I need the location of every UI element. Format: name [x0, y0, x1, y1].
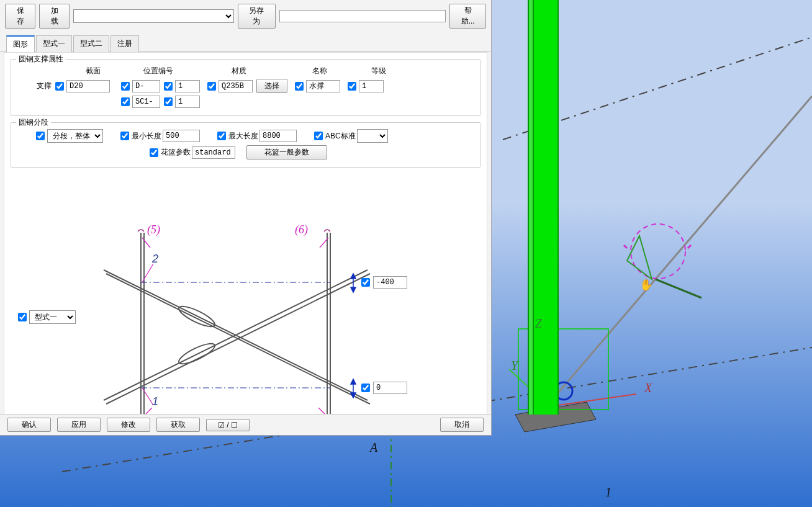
- hdr-material: 材质: [192, 66, 286, 76]
- hdr-grade: 等级: [354, 66, 404, 76]
- svg-marker-7: [627, 236, 652, 279]
- help-button[interactable]: 帮助...: [449, 4, 486, 29]
- std-combo[interactable]: [357, 129, 388, 143]
- svg-line-3: [544, 96, 812, 410]
- input-num1[interactable]: [175, 80, 200, 92]
- group-segmentation-title: 圆钢分段: [16, 117, 51, 128]
- svg-point-6: [631, 224, 685, 279]
- tab-panel: 圆钢支撑属性 截面 位置编号 材质 名称 等级 支撑: [4, 52, 487, 427]
- group-brace-props-title: 圆钢支撑属性: [16, 54, 66, 65]
- tab-graphic[interactable]: 图形: [6, 35, 35, 52]
- axis-y: Y: [511, 359, 518, 373]
- tab-register[interactable]: 注册: [111, 35, 139, 52]
- ok-button[interactable]: 确认: [7, 418, 51, 432]
- mark-1: 1: [152, 395, 158, 408]
- tab-type1[interactable]: 型式一: [36, 35, 72, 52]
- dim-bot-field: [361, 382, 407, 394]
- input-basket[interactable]: [192, 146, 235, 159]
- tab-type2[interactable]: 型式二: [73, 35, 109, 52]
- input-prefix1[interactable]: [132, 80, 160, 92]
- chk-basket[interactable]: [150, 148, 158, 157]
- chk-type[interactable]: [18, 313, 27, 321]
- mark-2: 2: [152, 253, 158, 266]
- input-section[interactable]: [66, 80, 110, 92]
- grid-label-1: 1: [605, 485, 611, 500]
- chk-maxlen[interactable]: [217, 132, 226, 140]
- steel-column: [533, 0, 559, 415]
- input-grade[interactable]: [359, 80, 384, 92]
- chk-grade[interactable]: [348, 82, 356, 91]
- steel-column-flange: [528, 0, 534, 415]
- input-name[interactable]: [306, 80, 340, 92]
- svg-line-8: [624, 245, 627, 248]
- mark-5: (5): [147, 223, 160, 236]
- dialog-toolbar: 保存 加载 另存为 帮助...: [0, 0, 491, 32]
- svg-line-23: [142, 238, 150, 248]
- dim-top-field: [361, 276, 407, 289]
- dialog-footer: 确认 应用 修改 获取 ☑ / ☐ 取消: [0, 414, 491, 435]
- chk-name[interactable]: [295, 82, 304, 91]
- chk-num1[interactable]: [164, 82, 173, 91]
- hdr-section: 截面: [62, 66, 124, 76]
- grid-label-a: A: [370, 441, 377, 455]
- segmode-combo[interactable]: 分段，整体: [47, 129, 103, 143]
- lbl-minlen: 最小长度: [132, 131, 161, 141]
- chk-dim-top[interactable]: [361, 278, 370, 287]
- mark-6: (6): [295, 223, 308, 236]
- svg-marker-33: [351, 379, 356, 384]
- chk-num2[interactable]: [164, 97, 173, 106]
- basket-general-button[interactable]: 花篮一般参数: [246, 145, 327, 159]
- lbl-maxlen: 最大长度: [228, 131, 258, 141]
- svg-marker-31: [351, 287, 356, 292]
- hdr-name: 名称: [286, 66, 354, 76]
- save-as-button[interactable]: 另存为: [238, 4, 276, 29]
- save-as-name-input[interactable]: [279, 10, 446, 22]
- apply-button[interactable]: 应用: [57, 418, 101, 432]
- preset-combo[interactable]: [73, 9, 234, 23]
- input-maxlen[interactable]: [259, 130, 297, 142]
- input-prefix2[interactable]: [132, 96, 160, 108]
- pan-cursor-icon: ✋: [639, 278, 653, 292]
- settings-dialog: 保存 加载 另存为 帮助... 图形 型式一 型式二 注册 圆钢支撑属性 截面 …: [0, 0, 492, 436]
- input-minlen[interactable]: [163, 130, 200, 142]
- svg-line-10: [656, 279, 701, 298]
- group-segmentation: 圆钢分段 分段，整体 最小长度 最大长度: [11, 122, 480, 168]
- svg-marker-30: [351, 274, 356, 279]
- group-brace-props: 圆钢支撑属性 截面 位置编号 材质 名称 等级 支撑: [11, 59, 480, 116]
- chk-segmode[interactable]: [36, 132, 45, 140]
- chk-prefix1[interactable]: [121, 82, 130, 91]
- chk-section[interactable]: [55, 82, 64, 91]
- hdr-posno: 位置编号: [124, 66, 192, 76]
- type-combo[interactable]: 型式一: [29, 310, 76, 324]
- lbl-std: ABC标准: [325, 131, 356, 141]
- tab-bar: 图形 型式一 型式二 注册: [0, 35, 491, 52]
- cursor-indicator: [624, 224, 701, 298]
- load-button[interactable]: 加载: [39, 4, 70, 29]
- chk-minlen[interactable]: [120, 132, 129, 140]
- chk-material[interactable]: [207, 82, 216, 91]
- axis-z: Z: [535, 316, 542, 331]
- cancel-button[interactable]: 取消: [440, 418, 484, 432]
- chk-std[interactable]: [314, 132, 323, 140]
- row-label-brace: 支撑: [17, 81, 52, 91]
- input-dim-bot[interactable]: [373, 382, 407, 394]
- modify-button[interactable]: 修改: [107, 418, 150, 432]
- input-dim-top[interactable]: [373, 276, 407, 289]
- select-toggle-button[interactable]: ☑ / ☐: [206, 419, 250, 431]
- svg-line-9: [688, 245, 691, 248]
- input-material[interactable]: [219, 80, 253, 92]
- acquire-button[interactable]: 获取: [156, 418, 200, 432]
- schematic-diagram: (5) (6) 2 1 3 4: [85, 220, 420, 425]
- lbl-basket: 花篮参数: [161, 147, 191, 158]
- select-material-button[interactable]: 选择: [256, 79, 287, 93]
- chk-prefix2[interactable]: [121, 97, 130, 106]
- chk-dim-bot[interactable]: [361, 384, 370, 392]
- axis-x: X: [644, 381, 652, 395]
- save-button[interactable]: 保存: [5, 4, 35, 29]
- input-num2[interactable]: [175, 96, 200, 108]
